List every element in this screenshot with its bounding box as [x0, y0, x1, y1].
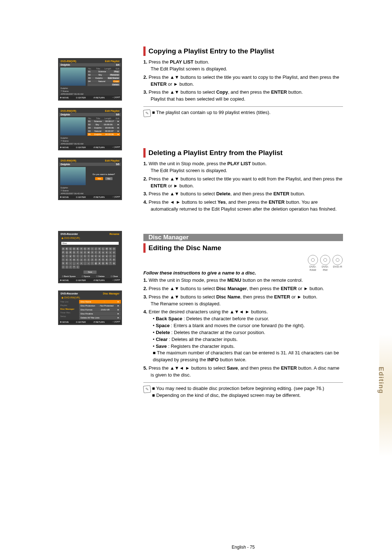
- osd1-device: DVD-RW(VR): [61, 60, 76, 62]
- no-button[interactable]: No: [105, 177, 113, 180]
- keyboard-grid: ABCDEFGHIJKLMNOP QRSTUVWXYZabcdef ghijkl…: [59, 246, 121, 269]
- page-number: English - 75: [143, 545, 343, 550]
- banner-disc-manager: Disc Manager: [143, 234, 343, 241]
- osd-rename-keyboard: DVD-RecorderRename ◉ DVD-RW(VR) Disc ABC…: [58, 231, 122, 283]
- note-icon: ✎: [143, 385, 151, 393]
- osd-playlist-list: DVD-RW(VR)Edit Playlist Dolphin5/5 Dolph…: [58, 108, 122, 150]
- note-icon: ✎: [143, 109, 151, 117]
- side-tab-editing: Editing: [377, 367, 385, 394]
- heading-deleting: Deleting a Playlist Entry from the Playl…: [143, 148, 343, 158]
- heading-copying: Copying a Playlist Entry to the Playlist: [143, 46, 343, 56]
- osd-delete-confirm: DVD-RW(VR)Edit Playlist Dolphin5/5 Dolph…: [58, 158, 122, 200]
- steps-deleting: 1. With the unit in Stop mode, press the…: [143, 160, 343, 213]
- steps-editing: 1. With the unit in Stop mode, press the…: [143, 277, 343, 379]
- disc-icon: [320, 255, 330, 265]
- heading-editing-disc-name: Editing the Disc Name: [143, 243, 343, 253]
- delete-prompt: Do you want to delete?: [87, 173, 120, 175]
- yes-button[interactable]: Yes: [95, 177, 103, 180]
- disc-compat-icons: DVD-RAM DVD-RW DVD-R: [307, 255, 343, 268]
- osd1-thumbnail: [60, 68, 86, 86]
- disc-icon: [332, 255, 343, 265]
- osd1-mode: Edit Playlist: [105, 60, 119, 62]
- note-editing: ✎ ■ You may need to disable disc protect…: [143, 382, 343, 399]
- steps-copying: 1. Press the PLAY LIST button.The Edit P…: [143, 59, 343, 103]
- save-key[interactable]: Save: [83, 271, 97, 274]
- osd2-thumbnail: [60, 117, 86, 135]
- disc-icon: [308, 255, 318, 265]
- osd3-thumbnail: [60, 167, 86, 185]
- osd-disc-manager: DVD-RecorderDisc Manager ◉ DVD-RW(VR) Ti…: [58, 290, 122, 325]
- osd-copy-playlist: DVD-RW(VR)Edit Playlist Dolphin3/4 Dolph…: [58, 58, 122, 101]
- note-copying: ✎ ■ The playlist can contain up to 99 pl…: [143, 106, 343, 117]
